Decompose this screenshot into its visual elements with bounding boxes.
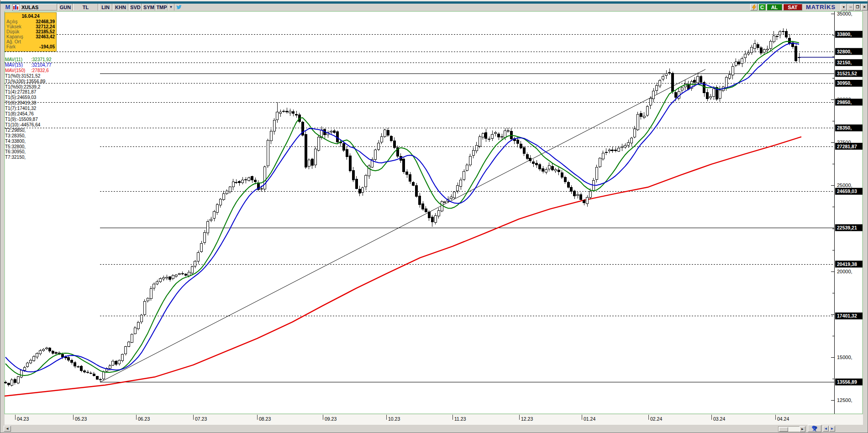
x-axis-label: 11.23 [454, 416, 466, 422]
indicator-label: T2:29850, [5, 128, 52, 133]
price-level-badge: 31521,52 [837, 71, 857, 76]
y-axis-label: 20000, [837, 269, 852, 274]
indicator-label: T1(8):2454,76 [5, 111, 52, 117]
y-axis-label: 15000, [837, 355, 852, 360]
price-level-badge: 13556,89 [837, 379, 857, 385]
x-axis-label: 02.24 [650, 416, 662, 422]
app-window: M XULAS GUNTLLINKHNSVDSYMTMP ▼ C AL SAT … [0, 0, 868, 433]
indicator-label: T4:33800, [5, 139, 52, 144]
x-axis-label: 05.23 [75, 416, 87, 422]
x-axis-label: 12.23 [521, 416, 533, 422]
indicator-label: T1(%100):13556,89 [5, 79, 52, 84]
x-axis-label: 03.24 [713, 416, 725, 422]
indicator-label: T1(6):20419,38 [5, 100, 52, 106]
info-row: Yüksek32712,24 [5, 24, 56, 29]
price-level-badge: 24659,03 [837, 188, 857, 194]
x-axis-label: 04.23 [17, 416, 29, 422]
price-level-badge: 20419,38 [837, 261, 857, 267]
price-level-badge: 30950, [837, 80, 852, 86]
y-axis-label: 25000, [837, 183, 852, 188]
price-level-badge: 28350, [837, 125, 852, 130]
indicator-label: T7:32150, [5, 155, 52, 160]
indicator-label: T1(%0):31521,52 [5, 73, 52, 79]
y-axis-label: 12500, [837, 397, 852, 403]
indicator-label: T5:32800, [5, 144, 52, 150]
price-level-badge: 33800, [837, 31, 852, 37]
x-axis-label: 06.23 [138, 416, 150, 422]
info-row: Düşük32185,52 [5, 29, 56, 34]
price-level-badge: 32150, [837, 60, 852, 65]
price-level-badge: 29850, [837, 99, 852, 105]
info-row: Ağ. Ort [5, 39, 56, 44]
x-axis-label: 07.23 [195, 416, 207, 422]
info-row: Fark-194,05 [5, 44, 56, 49]
x-axis: 04.2305.2306.2307.2308.2309.2310.2311.23… [16, 415, 789, 422]
info-row: Kapanış32463,42 [5, 34, 56, 39]
price-level-badge: 22539,21 [837, 225, 857, 230]
x-axis-label: 10.23 [388, 416, 400, 422]
indicator-label: T1(9):-15509,87 [5, 117, 52, 122]
price-level-badge: 32800, [837, 49, 852, 54]
info-row: Açılış32468,39 [5, 19, 56, 24]
x-axis-label: 04.24 [777, 416, 789, 422]
candlestick-chart[interactable]: 35000,30000,27500,25000,20000,17500,1500… [0, 0, 868, 433]
y-axis-label: 35000, [837, 11, 852, 16]
indicator-label: MAV(11):32371,92 [5, 57, 52, 63]
price-level-badge: 17401,32 [837, 313, 857, 318]
indicator-label: T6:30950, [5, 149, 52, 155]
indicator-label: T1(%50):22539,2 [5, 84, 52, 90]
indicator-label: T1(4):27281,87 [5, 89, 52, 95]
indicator-label: T1(10):-44576,64 [5, 122, 52, 128]
x-axis-label: 09.23 [325, 416, 337, 422]
indicator-label: MAV(150):27832,6 [5, 68, 52, 73]
ohlc-info-box: 16.04.24 Açılış32468,39Yüksek32712,24Düş… [5, 12, 57, 52]
indicator-label: T1(5):24659,03 [5, 95, 52, 100]
indicator-label: T1(7):17401,32 [5, 106, 52, 111]
indicator-label: T3:28350, [5, 133, 52, 139]
indicator-label-list: MAV(11):32371,92MAV(15):32104,77MAV(150)… [5, 57, 52, 160]
indicator-label: MAV(15):32104,77 [5, 63, 52, 68]
x-axis-label: 08.23 [259, 416, 271, 422]
price-level-badge: 27281,87 [837, 144, 857, 149]
x-axis-label: 01.24 [584, 416, 595, 422]
info-date: 16.04.24 [5, 13, 56, 19]
